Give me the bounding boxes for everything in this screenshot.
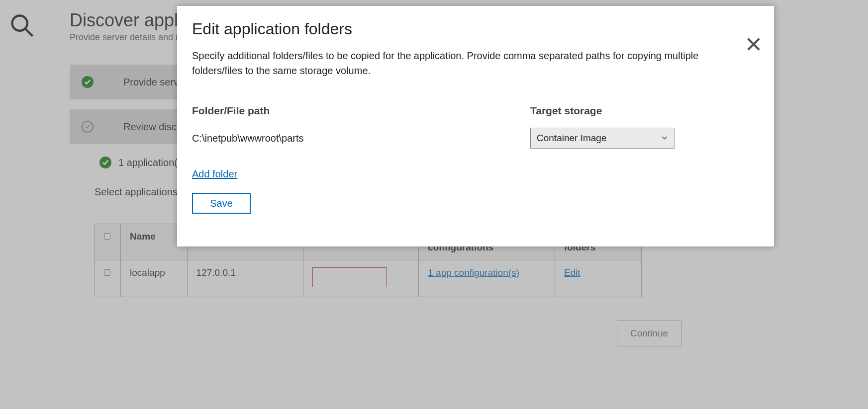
folder-path-value: C:\inetpub\wwwroot\parts [192,133,530,144]
modal-title: Edit application folders [192,20,759,38]
edit-application-folders-dialog: Edit application folders Specify additio… [177,6,774,246]
target-storage-selected: Container Image [537,133,606,144]
chevron-down-icon [661,133,668,144]
save-button[interactable]: Save [192,193,251,214]
modal-description: Specify additional folders/files to be c… [192,48,714,78]
close-icon[interactable] [745,36,762,55]
col-header-path: Folder/File path [192,105,530,117]
add-folder-link[interactable]: Add folder [192,168,237,180]
folder-row: C:\inetpub\wwwroot\parts Container Image [192,128,759,149]
modal-column-headers: Folder/File path Target storage [192,105,759,117]
col-header-target: Target storage [530,105,689,117]
target-storage-select[interactable]: Container Image [530,128,675,149]
